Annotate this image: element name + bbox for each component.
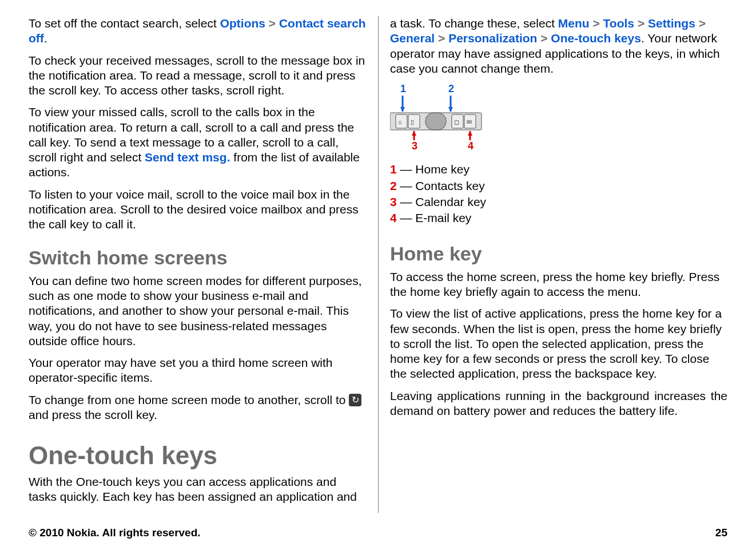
link-settings[interactable]: Settings — [648, 17, 695, 30]
key-diagram: 1 2 ⌂ ▯ ◻ — [390, 83, 727, 155]
heading-home-key: Home key — [390, 242, 727, 266]
text: To change from one home screen mode to a… — [29, 393, 349, 406]
chevron-right-icon: > — [269, 17, 279, 30]
left-column: To set off the contact search, select Op… — [29, 16, 378, 513]
paragraph: To check your received messages, scroll … — [29, 53, 367, 98]
svg-text:4: 4 — [468, 140, 474, 152]
paragraph: Leaving applications running in the back… — [390, 389, 727, 419]
text: . — [44, 31, 47, 45]
paragraph: To view your missed calls, scroll to the… — [29, 105, 367, 180]
svg-text:⌂: ⌂ — [398, 118, 402, 125]
document-page: To set off the contact search, select Op… — [0, 0, 756, 546]
link-menu[interactable]: Menu — [558, 17, 590, 30]
key-legend: 1 — Home key 2 — Contacts key 3 — Calend… — [390, 162, 727, 225]
legend-label: — E-mail key — [397, 211, 472, 224]
page-footer: © 2010 Nokia. All rights reserved. 25 — [29, 513, 727, 539]
chevron-right-icon: > — [540, 31, 551, 45]
paragraph: You can define two home screen modes for… — [29, 274, 367, 349]
svg-marker-20 — [468, 131, 472, 136]
legend-item: 2 — Contacts key — [390, 179, 727, 193]
paragraph: To change from one home screen mode to a… — [29, 393, 367, 423]
legend-item: 4 — E-mail key — [390, 211, 727, 225]
svg-text:1: 1 — [400, 83, 406, 94]
link-tools[interactable]: Tools — [603, 17, 634, 30]
page-number: 25 — [715, 527, 727, 539]
svg-rect-9 — [425, 113, 446, 130]
svg-text:◻: ◻ — [454, 118, 459, 125]
heading-one-touch-keys: One-touch keys — [29, 440, 367, 471]
paragraph: With the One-touch keys you can access a… — [29, 474, 367, 505]
svg-text:2: 2 — [448, 83, 454, 94]
legend-label: — Calendar key — [397, 195, 486, 208]
legend-item: 1 — Home key — [390, 162, 727, 177]
svg-text:3: 3 — [412, 140, 417, 152]
link-general[interactable]: General — [390, 31, 435, 45]
paragraph: To listen to your voice mail, scroll to … — [29, 187, 367, 232]
paragraph: To view the list of active applications,… — [390, 306, 727, 381]
svg-marker-17 — [412, 131, 416, 136]
text: a task. To change these, select — [390, 17, 558, 30]
diagram-svg: 1 2 ⌂ ▯ ◻ — [390, 83, 487, 152]
paragraph: a task. To change these, select Menu > T… — [390, 16, 727, 76]
two-column-layout: To set off the contact search, select Op… — [29, 16, 727, 513]
paragraph: Your operator may have set you a third h… — [29, 355, 367, 386]
legend-label: — Contacts key — [397, 179, 485, 192]
link-options[interactable]: Options — [220, 17, 265, 30]
legend-num: 1 — [390, 163, 397, 176]
link-personalization[interactable]: Personalization — [448, 31, 537, 45]
chevron-right-icon: > — [638, 17, 648, 30]
legend-label: — Home key — [397, 163, 469, 176]
text: To set off the contact search, select — [29, 17, 220, 30]
right-column: a task. To change these, select Menu > T… — [378, 16, 727, 513]
svg-text:▯: ▯ — [411, 118, 414, 125]
chevron-right-icon: > — [699, 17, 706, 30]
svg-text:✉: ✉ — [467, 118, 472, 125]
chevron-right-icon: > — [438, 31, 448, 45]
chevron-right-icon: > — [592, 17, 603, 30]
legend-num: 2 — [390, 179, 397, 192]
paragraph: To access the home screen, press the hom… — [390, 270, 727, 300]
switch-icon — [349, 394, 361, 406]
svg-marker-5 — [448, 107, 453, 112]
text: and press the scroll key. — [29, 408, 157, 421]
svg-marker-3 — [400, 107, 405, 112]
heading-switch-home-screens: Switch home screens — [29, 246, 367, 270]
copyright: © 2010 Nokia. All rights reserved. — [29, 527, 201, 539]
legend-item: 3 — Calendar key — [390, 195, 727, 209]
svg-rect-8 — [408, 114, 420, 128]
paragraph: To set off the contact search, select Op… — [29, 16, 367, 46]
legend-num: 3 — [390, 195, 397, 208]
link-one-touch-keys[interactable]: One-touch keys — [551, 31, 641, 45]
link-send-text-msg[interactable]: Send text msg. — [145, 151, 230, 164]
legend-num: 4 — [390, 211, 397, 224]
